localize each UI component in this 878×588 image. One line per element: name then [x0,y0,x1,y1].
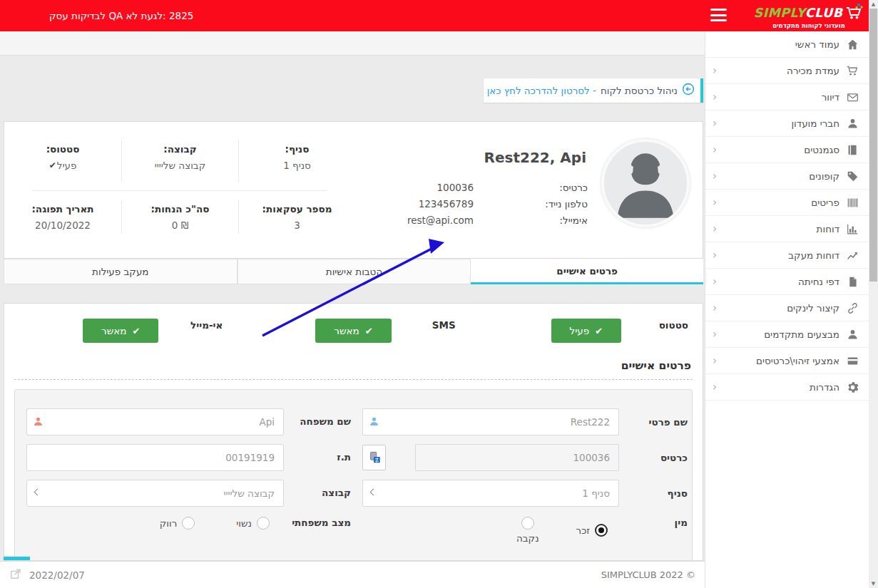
sidebar: עמוד ראשי עמדת מכירה ‹ דיוור ‹ חברי מועד… [705,31,869,588]
hamburger-menu-icon[interactable] [710,9,727,22]
scroll-down-icon[interactable]: ▼ [869,581,878,587]
radio-male-label: זכר [576,525,590,536]
sidebar-item-pos[interactable]: עמדת מכירה ‹ [705,58,869,84]
sidebar-item-advanced-promotions[interactable]: מבצעים מתקדמים ‹ [705,321,869,348]
sidebar-item-coupons[interactable]: קופונים ‹ [705,163,869,190]
sidebar-item-home[interactable]: עמוד ראשי [705,31,869,58]
radio-single[interactable] [182,517,195,530]
card-sync-button[interactable] [362,445,386,470]
sidebar-item-reports[interactable]: דוחות ‹ [705,216,869,242]
radio-single-label: רווק [160,517,178,529]
radio-married[interactable] [257,517,270,530]
tab-personal-details[interactable]: פרטים אישיים [471,259,703,284]
scroll-up-icon[interactable]: ▲ [869,1,878,7]
page-header-box[interactable]: ניהול כרטסת לקוח - לסרטון להדרכה לחץ כאן [484,78,703,103]
chevron-left-icon: ‹ [713,171,717,182]
scrollbar-thumb[interactable] [869,9,877,282]
page: עסק‎ לבדיקות‎ QA לא‎ לגעת:‎ 2825 SIMPLYC… [0,0,878,588]
card-number-value: 100036 [437,182,474,193]
card-number-label: כרטיס: [559,182,588,193]
chevron-left-icon: ‹ [713,145,717,155]
last-name-field[interactable] [26,408,284,435]
detail-expiry: תאריך תפוגה: 20/10/2022 [4,200,121,234]
sidebar-item-short-links[interactable]: קיצור לינקים ‹ [705,295,869,321]
first-name-label: שם פרטי [619,416,688,428]
person-icon [33,416,44,427]
chevron-left-icon: ‹ [713,250,717,261]
group-label: קבוצה [284,487,362,500]
chevron-left-icon: ‹ [713,118,717,129]
detail-transactions: מספר עסקאות: 3 [238,200,355,234]
email-approve-button[interactable]: ✔מאשר [83,319,158,343]
branch-select[interactable]: סניף 1 [362,480,619,507]
copyright: SIMPLYCLUB 2022 © [601,569,695,580]
mobile-label: טלפון נייד: [545,198,588,210]
line-chart-icon [846,249,859,262]
sidebar-item-members[interactable]: חברי מועדון ‹ [705,110,869,137]
external-link-icon[interactable] [9,567,22,583]
cart-icon [846,64,859,77]
bar-chart-icon [846,222,859,235]
status-active-button[interactable]: ✔פעיל [551,319,621,343]
sidebar-item-tracking-reports[interactable]: דוחות מעקב ‹ [705,242,869,269]
sidebar-item-settings[interactable]: הגדרות ‹ [705,374,869,401]
sidebar-item-items[interactable]: פריטים ‹ [705,190,869,216]
customer-card: Rest222, Api כרטיס: 100036 טלפון נייד: 1… [4,121,703,259]
brand-logo[interactable]: SIMPLYCLUB מועדוני לקוחות מתקדמים [755,2,863,29]
personal-details-panel: סטטוס ✔פעיל SMS ✔מאשר אי-מייל [4,303,703,561]
radio-female-label: נקבה [516,532,539,544]
customer-name: Rest222, Api [484,149,586,166]
gear-icon [846,381,859,393]
detail-branch: סניף: סניף 1 [238,140,355,182]
email-consent-label: אי-מייל [190,319,223,331]
logo-text: SIMPLYCLUB [754,6,843,20]
credit-card-icon [846,354,859,367]
home-icon [846,38,859,51]
sidebar-item-landing-pages[interactable]: דפי נחיתה ‹ [705,269,869,295]
mobile-value: 123456789 [419,198,474,210]
group-select[interactable]: קבוצה שליייי [26,480,284,507]
radio-married-label: נשוי [236,517,252,529]
tab-bar: פרטים אישיים הטבות אישיות מעקב פעילות [4,259,703,284]
sms-approve-button[interactable]: ✔מאשר [315,319,391,343]
barcode-icon [846,196,859,209]
radio-male[interactable] [595,524,608,537]
vertical-scrollbar[interactable]: ▲ ▼ [869,0,878,588]
consent-status: סטטוס ✔פעיל [470,312,703,349]
gender-label: מין [619,517,688,529]
main-area: ניהול כרטסת לקוח - לסרטון להדרכה לחץ כאן… [0,31,705,588]
sms-label: SMS [432,319,456,331]
sidebar-item-segments[interactable]: סגמנטים ‹ [705,137,869,163]
marital-status-label: מצב משפחתי [284,517,362,530]
arrow-circle-icon [682,83,695,98]
tab-personal-benefits[interactable]: הטבות אישיות [238,259,471,284]
footer-date: 2022/02/07 [29,569,85,581]
customer-contact-block: כרטיס: 100036 טלפון נייד: 123456789 אימי… [409,182,588,231]
tutorial-video-link[interactable]: - לסרטון להדרכה לחץ כאן [487,85,596,96]
radio-female[interactable] [521,517,534,530]
chevron-left-icon: ‹ [713,197,717,208]
chevron-left-icon: ‹ [713,66,717,76]
chevron-left-icon: ‹ [713,356,717,366]
consent-sms: SMS ✔מאשר [237,312,469,349]
customer-details-grid: סניף: סניף 1 קבוצה: קבוצה שליייי סטטוס: … [4,122,355,258]
content-area: ניהול כרטסת לקוח - לסרטון להדרכה לחץ כאן… [0,56,705,561]
card-label: כרטיס [619,452,688,464]
logo-cart-icon [844,2,864,24]
first-name-field[interactable] [362,408,619,435]
chevron-left-icon: ‹ [713,277,717,287]
consent-email: אי-מייל ✔מאשר [4,312,237,349]
sub-toolbar [0,31,705,56]
business-label: עסק‎ לבדיקות‎ QA לא‎ לגעת:‎ 2825 [49,0,193,31]
detail-status: סטטוס: פעיל✔ [4,140,121,182]
last-name-label: שם משפחה [284,416,362,428]
page-icon [846,275,859,288]
footer: SIMPLYCLUB 2022 © 2022/02/07 [0,561,705,588]
member-icon [846,117,859,130]
tab-activity-log[interactable]: מעקב פעילות [4,259,238,284]
card-number-field[interactable] [415,444,619,471]
sidebar-item-mailing[interactable]: דיוור ‹ [705,84,869,110]
chevron-left-icon: ‹ [713,382,717,393]
sidebar-item-id-cards[interactable]: אמצעי זיהוי\כרטיסים ‹ [705,348,869,374]
id-number-field[interactable] [26,444,284,471]
